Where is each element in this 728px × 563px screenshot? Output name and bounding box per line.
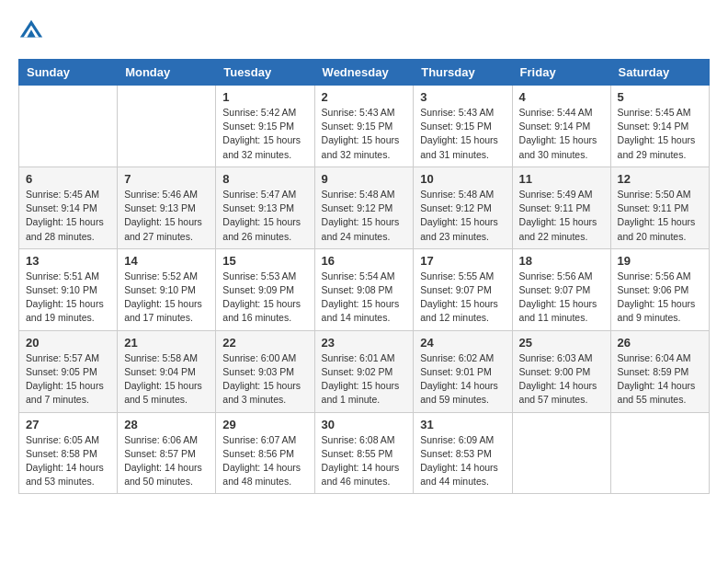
day-detail: Sunrise: 5:45 AM Sunset: 9:14 PM Dayligh…: [618, 106, 702, 162]
calendar-cell: 3Sunrise: 5:43 AM Sunset: 9:15 PM Daylig…: [414, 86, 512, 167]
calendar-cell: 9Sunrise: 5:48 AM Sunset: 9:12 PM Daylig…: [314, 167, 414, 248]
day-number: 5: [618, 90, 702, 104]
day-detail: Sunrise: 5:53 AM Sunset: 9:09 PM Dayligh…: [222, 270, 307, 326]
day-number: 25: [519, 336, 604, 350]
day-detail: Sunrise: 5:51 AM Sunset: 9:10 PM Dayligh…: [26, 270, 110, 326]
day-detail: Sunrise: 6:00 AM Sunset: 9:03 PM Dayligh…: [222, 351, 307, 408]
day-number: 1: [222, 90, 307, 104]
calendar-cell: 23Sunrise: 6:01 AM Sunset: 9:02 PM Dayli…: [314, 330, 414, 412]
calendar-cell: 14Sunrise: 5:52 AM Sunset: 9:10 PM Dayli…: [118, 248, 216, 330]
calendar-cell: [610, 412, 709, 494]
day-detail: Sunrise: 6:02 AM Sunset: 9:01 PM Dayligh…: [420, 351, 505, 408]
day-detail: Sunrise: 6:03 AM Sunset: 9:00 PM Dayligh…: [519, 351, 604, 408]
day-detail: Sunrise: 5:52 AM Sunset: 9:10 PM Dayligh…: [124, 270, 209, 326]
calendar-cell: 21Sunrise: 5:58 AM Sunset: 9:04 PM Dayli…: [118, 330, 216, 412]
day-number: 9: [322, 172, 407, 186]
calendar-week-row: 6Sunrise: 5:45 AM Sunset: 9:14 PM Daylig…: [19, 167, 710, 248]
calendar-cell: 26Sunrise: 6:04 AM Sunset: 8:59 PM Dayli…: [610, 330, 709, 412]
calendar-day-header: Sunday: [19, 60, 118, 86]
day-number: 4: [519, 90, 604, 104]
day-detail: Sunrise: 6:09 AM Sunset: 8:53 PM Dayligh…: [420, 433, 505, 489]
day-number: 14: [124, 254, 209, 268]
calendar-day-header: Thursday: [414, 60, 512, 86]
calendar-cell: 27Sunrise: 6:05 AM Sunset: 8:58 PM Dayli…: [19, 412, 118, 494]
day-detail: Sunrise: 5:56 AM Sunset: 9:06 PM Dayligh…: [618, 270, 702, 326]
day-detail: Sunrise: 5:49 AM Sunset: 9:11 PM Dayligh…: [519, 188, 604, 244]
day-detail: Sunrise: 6:06 AM Sunset: 8:57 PM Dayligh…: [124, 433, 209, 489]
day-number: 17: [420, 254, 505, 268]
day-number: 11: [519, 172, 604, 186]
day-number: 22: [222, 336, 307, 350]
day-number: 26: [618, 336, 702, 350]
day-number: 29: [222, 418, 307, 431]
calendar-day-header: Tuesday: [216, 60, 314, 86]
calendar-cell: [512, 412, 610, 494]
calendar-day-header: Friday: [512, 60, 610, 86]
logo-icon: [18, 18, 44, 44]
calendar-cell: 24Sunrise: 6:02 AM Sunset: 9:01 PM Dayli…: [414, 330, 512, 412]
day-detail: Sunrise: 5:45 AM Sunset: 9:14 PM Dayligh…: [26, 188, 110, 244]
day-detail: Sunrise: 6:07 AM Sunset: 8:56 PM Dayligh…: [222, 433, 307, 489]
calendar-cell: 2Sunrise: 5:43 AM Sunset: 9:15 PM Daylig…: [314, 86, 414, 167]
calendar-week-row: 20Sunrise: 5:57 AM Sunset: 9:05 PM Dayli…: [19, 330, 710, 412]
calendar-cell: 22Sunrise: 6:00 AM Sunset: 9:03 PM Dayli…: [216, 330, 314, 412]
calendar-cell: 29Sunrise: 6:07 AM Sunset: 8:56 PM Dayli…: [216, 412, 314, 494]
day-number: 19: [618, 254, 702, 268]
calendar-cell: 16Sunrise: 5:54 AM Sunset: 9:08 PM Dayli…: [314, 248, 414, 330]
day-number: 12: [618, 172, 702, 186]
day-detail: Sunrise: 6:04 AM Sunset: 8:59 PM Dayligh…: [618, 351, 702, 408]
day-detail: Sunrise: 5:42 AM Sunset: 9:15 PM Dayligh…: [222, 106, 307, 162]
day-detail: Sunrise: 5:48 AM Sunset: 9:12 PM Dayligh…: [322, 188, 407, 244]
calendar-cell: 15Sunrise: 5:53 AM Sunset: 9:09 PM Dayli…: [216, 248, 314, 330]
calendar-cell: 10Sunrise: 5:48 AM Sunset: 9:12 PM Dayli…: [414, 167, 512, 248]
calendar-cell: 19Sunrise: 5:56 AM Sunset: 9:06 PM Dayli…: [610, 248, 709, 330]
day-detail: Sunrise: 5:56 AM Sunset: 9:07 PM Dayligh…: [519, 270, 604, 326]
calendar-cell: 5Sunrise: 5:45 AM Sunset: 9:14 PM Daylig…: [610, 86, 709, 167]
day-number: 6: [26, 172, 110, 186]
day-number: 18: [519, 254, 604, 268]
day-detail: Sunrise: 6:08 AM Sunset: 8:55 PM Dayligh…: [322, 433, 407, 489]
day-number: 23: [322, 336, 407, 350]
day-number: 31: [420, 418, 505, 431]
day-detail: Sunrise: 5:46 AM Sunset: 9:13 PM Dayligh…: [124, 188, 209, 244]
calendar-week-row: 1Sunrise: 5:42 AM Sunset: 9:15 PM Daylig…: [19, 86, 710, 167]
day-detail: Sunrise: 5:54 AM Sunset: 9:08 PM Dayligh…: [322, 270, 407, 326]
day-detail: Sunrise: 5:58 AM Sunset: 9:04 PM Dayligh…: [124, 351, 209, 408]
calendar-day-header: Saturday: [610, 60, 709, 86]
calendar-cell: 12Sunrise: 5:50 AM Sunset: 9:11 PM Dayli…: [610, 167, 709, 248]
day-detail: Sunrise: 5:44 AM Sunset: 9:14 PM Dayligh…: [519, 106, 604, 162]
calendar-cell: 17Sunrise: 5:55 AM Sunset: 9:07 PM Dayli…: [414, 248, 512, 330]
calendar-table: SundayMondayTuesdayWednesdayThursdayFrid…: [18, 59, 710, 494]
day-number: 30: [322, 418, 407, 431]
day-detail: Sunrise: 5:43 AM Sunset: 9:15 PM Dayligh…: [420, 106, 505, 162]
calendar-cell: 1Sunrise: 5:42 AM Sunset: 9:15 PM Daylig…: [216, 86, 314, 167]
calendar-cell: 11Sunrise: 5:49 AM Sunset: 9:11 PM Dayli…: [512, 167, 610, 248]
day-detail: Sunrise: 5:50 AM Sunset: 9:11 PM Dayligh…: [618, 188, 702, 244]
day-number: 13: [26, 254, 110, 268]
calendar-cell: 28Sunrise: 6:06 AM Sunset: 8:57 PM Dayli…: [118, 412, 216, 494]
day-detail: Sunrise: 6:01 AM Sunset: 9:02 PM Dayligh…: [322, 351, 407, 408]
day-number: 3: [420, 90, 505, 104]
day-number: 20: [26, 336, 110, 350]
day-detail: Sunrise: 5:43 AM Sunset: 9:15 PM Dayligh…: [322, 106, 407, 162]
day-number: 7: [124, 172, 209, 186]
logo: [18, 18, 48, 44]
calendar-cell: 31Sunrise: 6:09 AM Sunset: 8:53 PM Dayli…: [414, 412, 512, 494]
calendar-cell: 13Sunrise: 5:51 AM Sunset: 9:10 PM Dayli…: [19, 248, 118, 330]
day-detail: Sunrise: 5:55 AM Sunset: 9:07 PM Dayligh…: [420, 270, 505, 326]
calendar-cell: [19, 86, 118, 167]
calendar-day-header: Wednesday: [314, 60, 414, 86]
day-number: 16: [322, 254, 407, 268]
day-number: 10: [420, 172, 505, 186]
day-detail: Sunrise: 6:05 AM Sunset: 8:58 PM Dayligh…: [26, 433, 110, 489]
calendar-cell: 30Sunrise: 6:08 AM Sunset: 8:55 PM Dayli…: [314, 412, 414, 494]
calendar-cell: 4Sunrise: 5:44 AM Sunset: 9:14 PM Daylig…: [512, 86, 610, 167]
page-header: [18, 18, 710, 44]
calendar-header-row: SundayMondayTuesdayWednesdayThursdayFrid…: [19, 60, 710, 86]
calendar-week-row: 13Sunrise: 5:51 AM Sunset: 9:10 PM Dayli…: [19, 248, 710, 330]
calendar-cell: [118, 86, 216, 167]
calendar-week-row: 27Sunrise: 6:05 AM Sunset: 8:58 PM Dayli…: [19, 412, 710, 494]
day-detail: Sunrise: 5:47 AM Sunset: 9:13 PM Dayligh…: [222, 188, 307, 244]
calendar-cell: 20Sunrise: 5:57 AM Sunset: 9:05 PM Dayli…: [19, 330, 118, 412]
calendar-day-header: Monday: [118, 60, 216, 86]
